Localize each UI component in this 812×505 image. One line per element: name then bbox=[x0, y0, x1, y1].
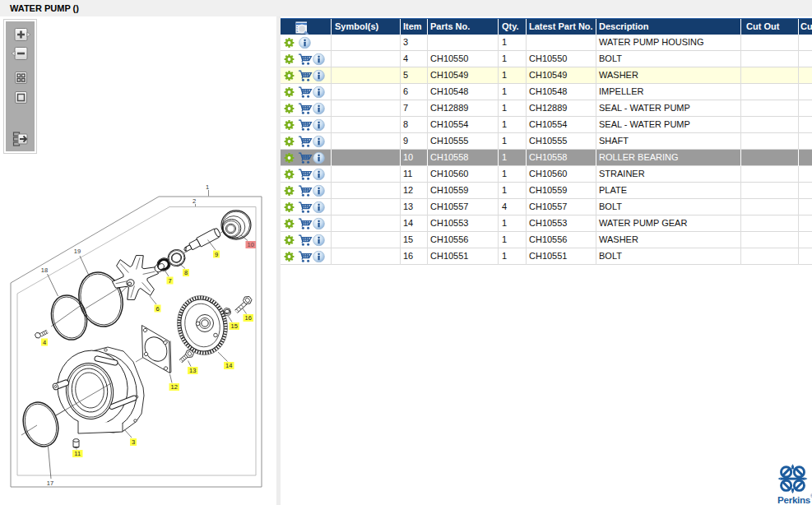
svg-text:Perkins: Perkins bbox=[777, 494, 810, 505]
